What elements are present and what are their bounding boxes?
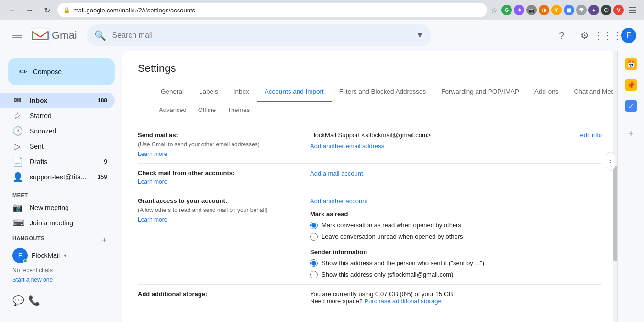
forward-button[interactable]: →: [23, 3, 36, 17]
send-mail-label-col: Send mail as: (Use Gmail to send your ot…: [138, 132, 310, 157]
mark-read-radio[interactable]: [310, 222, 318, 229]
settings-button[interactable]: ⚙: [575, 26, 594, 45]
sidebar-item-new-meeting[interactable]: 📷 New meeting: [0, 200, 115, 215]
sidebar-item-drafts[interactable]: 📄 Drafts 9: [0, 154, 115, 169]
grant-access-row: Grant access to your account: (Allow oth…: [138, 191, 602, 285]
start-new-link[interactable]: Start a new one: [12, 277, 53, 283]
search-icon: 🔍: [94, 30, 106, 41]
hangout-user-item[interactable]: F FlockMail ▾: [12, 246, 110, 265]
subtab-offline[interactable]: Offline: [192, 102, 222, 118]
inbox-icon: ✉: [12, 95, 22, 106]
tab-general[interactable]: General: [153, 82, 191, 102]
search-bar[interactable]: 🔍 ▼: [87, 24, 431, 46]
storage-prefix: Need more space?: [310, 298, 363, 305]
tab-chat[interactable]: Chat and Meet: [566, 82, 617, 102]
tab-inbox[interactable]: Inbox: [226, 82, 257, 102]
snoozed-icon: 🕐: [12, 126, 22, 136]
tab-forwarding[interactable]: Forwarding and POP/IMAP: [433, 82, 527, 102]
url-text: mail.google.com/mail/u/2/#settings/accou…: [73, 7, 481, 14]
sidebar-item-inbox[interactable]: ✉ Inbox 188: [0, 93, 115, 108]
subtab-advanced[interactable]: Advanced: [153, 102, 192, 118]
check-mail-label: Check mail from other accounts:: [138, 169, 302, 177]
ext-icon-10[interactable]: V: [613, 5, 624, 15]
leave-unread-radio[interactable]: [310, 233, 318, 241]
ext-icon-4[interactable]: ◑: [539, 5, 549, 15]
ext-icon-5[interactable]: Y: [551, 5, 562, 15]
sidebar-item-sent[interactable]: ▷ Sent: [0, 139, 115, 154]
subtab-themes[interactable]: Themes: [222, 102, 255, 118]
bookmark-icon[interactable]: ☆: [491, 6, 498, 15]
no-recent-chats-text: No recent chats: [12, 265, 110, 276]
support-icon: 👤: [12, 172, 22, 182]
meet-icon[interactable]: 📞: [28, 295, 40, 306]
sidebar-item-snoozed[interactable]: 🕐 Snoozed: [0, 123, 115, 139]
account-avatar[interactable]: F: [621, 28, 636, 43]
edit-info-link[interactable]: edit info: [580, 132, 602, 139]
hamburger-menu-button[interactable]: [8, 26, 27, 45]
ext-icon-6[interactable]: ▦: [564, 5, 574, 15]
apps-button[interactable]: ⋮⋮⋮: [598, 26, 617, 45]
add-another-account-link[interactable]: Add another account: [310, 198, 367, 205]
add-mail-account-link[interactable]: Add a mail account: [310, 170, 363, 177]
reload-button[interactable]: ↻: [40, 3, 54, 17]
compose-label: Compose: [33, 68, 62, 76]
tab-accounts[interactable]: Accounts and Import: [257, 82, 332, 102]
address-bar[interactable]: 🔒 mail.google.com/mail/u/2/#settings/acc…: [57, 3, 487, 17]
sidebar-item-support[interactable]: 👤 support-test@tita... 159: [0, 169, 115, 185]
scrollbar-thumb[interactable]: [613, 166, 617, 261]
inbox-count: 188: [98, 97, 107, 104]
ext-icon-3[interactable]: 📷: [526, 5, 537, 15]
drafts-icon: 📄: [12, 156, 22, 167]
sidebar-item-join-meeting[interactable]: ⌨ Join a meeting: [0, 215, 115, 231]
show-only-radio[interactable]: [310, 271, 318, 278]
scrollbar-track: [613, 51, 617, 322]
send-mail-sublabel: (Use Gmail to send your other email addr…: [138, 141, 302, 149]
bottom-icons: 💬 📞: [0, 287, 122, 314]
leave-unread-option[interactable]: Leave conversation unread when opened by…: [310, 233, 602, 241]
ext-icon-7[interactable]: 🌩: [576, 5, 587, 15]
mark-as-read-label: Mark as read: [310, 211, 602, 218]
tab-addons[interactable]: Add-ons: [527, 82, 566, 102]
help-button[interactable]: ?: [552, 26, 571, 45]
tab-filters[interactable]: Filters and Blocked Addresses: [332, 82, 434, 102]
show-only-option[interactable]: Show this address only (sflockmail@gmail…: [310, 271, 602, 278]
browser-menu-button[interactable]: [628, 5, 638, 15]
online-status-dot: [23, 259, 27, 263]
show-both-option[interactable]: Show this address and the person who sen…: [310, 259, 602, 267]
back-button[interactable]: ←: [6, 3, 19, 17]
tab-labels[interactable]: Labels: [191, 82, 226, 102]
ext-icon-9[interactable]: ⬡: [601, 5, 611, 15]
drafts-count: 9: [104, 158, 107, 165]
show-both-radio[interactable]: [310, 259, 318, 267]
inbox-label: Inbox: [30, 97, 90, 104]
settings-subtabs: Advanced Offline Themes: [138, 102, 602, 118]
send-mail-label: Send mail as:: [138, 132, 302, 139]
mark-read-label: Mark conversation as read when opened by…: [322, 222, 461, 229]
ext-icon-1[interactable]: G: [501, 5, 512, 15]
grant-access-label: Grant access to your account:: [138, 197, 302, 204]
right-icon-keep[interactable]: 📌: [622, 76, 641, 95]
grant-access-learn-more[interactable]: Learn more: [138, 216, 302, 223]
send-mail-row: Send mail as: (Use Gmail to send your ot…: [138, 126, 602, 164]
right-icon-plus[interactable]: +: [622, 124, 641, 143]
right-icon-tasks[interactable]: ✓: [622, 97, 641, 116]
ext-icon-8[interactable]: ♦: [588, 5, 599, 15]
sidebar-item-starred[interactable]: ☆ Starred: [0, 108, 115, 123]
sidebar-expand-button[interactable]: ›: [606, 152, 615, 171]
search-input[interactable]: [112, 31, 410, 40]
sender-info-radio-group: Show this address and the person who sen…: [310, 259, 602, 278]
check-mail-learn-more[interactable]: Learn more: [138, 178, 302, 185]
ext-icon-2[interactable]: ✦: [514, 5, 524, 15]
right-sidebar: 📅 📌 ✓ +: [617, 51, 644, 322]
compose-button[interactable]: ✏ Compose: [8, 58, 115, 85]
right-icon-calendar[interactable]: 📅: [622, 55, 641, 74]
add-email-link[interactable]: Add another email address: [310, 143, 431, 150]
add-hangout-button[interactable]: +: [99, 234, 110, 246]
show-both-label: Show this address and the person who sen…: [322, 259, 484, 266]
chat-icon[interactable]: 💬: [12, 295, 24, 306]
send-mail-learn-more[interactable]: Learn more: [138, 151, 302, 157]
purchase-storage-link[interactable]: Purchase additional storage: [364, 298, 441, 305]
join-meeting-label: Join a meeting: [30, 219, 73, 227]
search-dropdown-icon[interactable]: ▼: [416, 31, 424, 40]
mark-read-option[interactable]: Mark conversation as read when opened by…: [310, 222, 602, 229]
